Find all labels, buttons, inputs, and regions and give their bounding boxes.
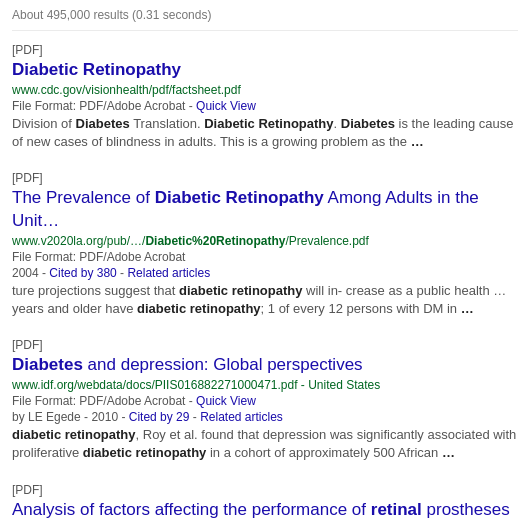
result-url-1: www.cdc.gov/visionhealth/pdf/factsheet.p… [12, 83, 518, 97]
related-link-3[interactable]: Related articles [200, 410, 283, 424]
quick-view-link-1[interactable]: Quick View [196, 99, 256, 113]
result-snippet-3: diabetic retinopathy, Roy et al. found t… [12, 426, 518, 462]
result-title-4[interactable]: Analysis of factors affecting the perfor… [12, 499, 518, 521]
result-meta-1: File Format: PDF/Adobe Acrobat - Quick V… [12, 99, 518, 113]
result-meta-2: File Format: PDF/Adobe Acrobat [12, 250, 518, 264]
result-type-1: [PDF] [12, 43, 518, 57]
result-title-3[interactable]: Diabetes and depression: Global perspect… [12, 354, 518, 376]
result-block-2: [PDF] The Prevalence of Diabetic Retinop… [12, 171, 518, 318]
result-meta-3: File Format: PDF/Adobe Acrobat - Quick V… [12, 394, 518, 408]
result-snippet-1: Division of Diabetes Translation. Diabet… [12, 115, 518, 151]
result-block: [PDF] Diabetic Retinopathy www.cdc.gov/v… [12, 43, 518, 151]
results-count: About 495,000 results (0.31 seconds) [12, 8, 518, 31]
cited-link-2[interactable]: Cited by 380 [49, 266, 116, 280]
result-title-1[interactable]: Diabetic Retinopathy [12, 59, 518, 81]
cited-link-3[interactable]: Cited by 29 [129, 410, 190, 424]
result-type-4: [PDF] [12, 483, 518, 497]
results-list: [PDF] Diabetic Retinopathy www.cdc.gov/v… [12, 43, 518, 520]
related-link-2[interactable]: Related articles [127, 266, 210, 280]
result-cited-row-3: by LE Egede - 2010 - Cited by 29 - Relat… [12, 410, 518, 424]
result-cited-row-2: 2004 - Cited by 380 - Related articles [12, 266, 518, 280]
result-type-3: [PDF] [12, 338, 518, 352]
result-block-4: [PDF] Analysis of factors affecting the … [12, 483, 518, 521]
result-block-3: [PDF] Diabetes and depression: Global pe… [12, 338, 518, 462]
result-url-3: www.idf.org/webdata/docs/PIIS01688227100… [12, 378, 518, 392]
result-title-2[interactable]: The Prevalence of Diabetic Retinopathy A… [12, 187, 518, 231]
quick-view-link-3[interactable]: Quick View [196, 394, 256, 408]
result-url-2: www.v2020la.org/pub/…/Diabetic%20Retinop… [12, 234, 518, 248]
result-snippet-2: ture projections suggest that diabetic r… [12, 282, 518, 318]
result-type-2: [PDF] [12, 171, 518, 185]
